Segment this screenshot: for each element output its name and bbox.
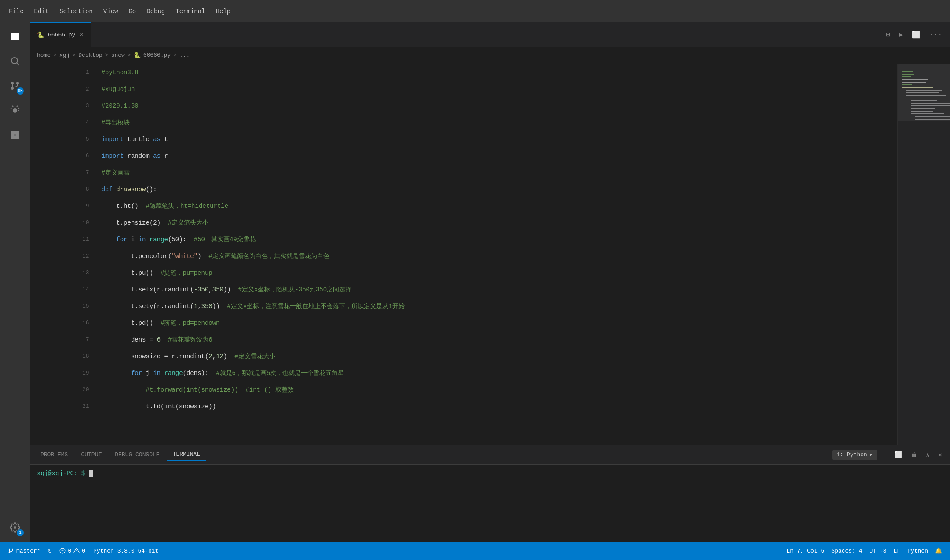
breadcrumb: home > xgj > Desktop > snow > 🐍 66666.py… (30, 47, 950, 64)
svg-rect-34 (898, 64, 950, 121)
sync-button[interactable]: ↻ (45, 542, 55, 560)
breadcrumb-file[interactable]: 66666.py (143, 52, 171, 58)
svg-rect-9 (11, 131, 15, 135)
settings-icon[interactable]: 1 (4, 517, 26, 538)
table-row: 13 t.pu() #提笔，pu=penup (30, 265, 897, 281)
search-icon[interactable] (4, 51, 26, 72)
svg-rect-10 (15, 131, 19, 135)
line-number: 17 (30, 331, 98, 348)
run-button[interactable]: ▶ (895, 29, 907, 41)
debug-icon[interactable] (4, 100, 26, 121)
activity-bottom: 1 (4, 517, 26, 542)
terminal-cursor (89, 470, 93, 477)
status-right: Ln 7, Col 6 Spaces: 4 UTF-8 LF Python 🔔 (783, 547, 946, 554)
table-row: 17 dens = 6 #雪花瓣数设为6 (30, 331, 897, 348)
table-row: 9 t.ht() #隐藏笔头，ht=hideturtle (30, 198, 897, 215)
menu-selection[interactable]: Selection (55, 6, 97, 17)
indentation-status[interactable]: Spaces: 4 (828, 548, 866, 554)
line-number: 8 (30, 181, 98, 198)
split-terminal-button[interactable]: ⬜ (891, 449, 906, 460)
menu-debug[interactable]: Debug (142, 6, 169, 17)
svg-point-13 (14, 526, 16, 529)
settings-badge: 1 (17, 529, 24, 536)
breadcrumb-xgj[interactable]: xgj (59, 52, 69, 58)
git-branch-status[interactable]: master* (4, 542, 44, 560)
toggle-panel-button[interactable]: ⬜ (908, 29, 924, 41)
kill-terminal-button[interactable]: 🗑 (907, 450, 921, 460)
notification-button[interactable]: 🔔 (932, 547, 946, 554)
svg-rect-11 (11, 135, 15, 139)
panel-close-button[interactable]: ✕ (935, 449, 946, 460)
breadcrumb-home[interactable]: home (37, 52, 51, 58)
line-number: 9 (30, 198, 98, 215)
menu-file[interactable]: File (4, 6, 28, 17)
breadcrumb-snow[interactable]: snow (111, 52, 125, 58)
language-status[interactable]: Python (904, 548, 932, 554)
svg-point-3 (11, 58, 18, 64)
line-code: #t.forward(int(snowsize)) #int () 取整数 (98, 382, 897, 398)
table-row: 11 for i in range(50): #50，其实画49朵雪花 (30, 231, 897, 248)
encoding-status[interactable]: UTF-8 (866, 548, 890, 554)
table-row: 21 t.fd(int(snowsize)) (30, 398, 897, 415)
code-editor[interactable]: 1#python3.82#xuguojun3#2020.1.304#导出模块5i… (30, 64, 897, 445)
python-interpreter-status[interactable]: Python 3.8.0 64-bit (90, 542, 162, 560)
python-version-label: Python 3.8.0 64-bit (93, 548, 158, 554)
split-editor-button[interactable]: ⊞ (882, 29, 894, 41)
minimap-content (898, 64, 950, 445)
terminal-dropdown[interactable]: 1: Python ▾ (832, 450, 877, 460)
line-ending-status[interactable]: LF (890, 548, 904, 554)
panel-maximize-button[interactable]: ∧ (922, 449, 933, 460)
terminal-content[interactable]: xgj@xgj-PC:~$ (30, 465, 950, 542)
source-control-icon[interactable]: 5K (4, 75, 26, 96)
tab-toolbar: ⊞ ▶ ⬜ ··· (882, 29, 950, 41)
line-ending-label: LF (894, 548, 901, 554)
line-code: t.pd() #落笔，pd=pendown (98, 315, 897, 331)
line-code: t.pensize(2) #定义笔头大小 (98, 215, 897, 231)
breadcrumb-desktop[interactable]: Desktop (78, 52, 102, 58)
panel-tab-debug-console[interactable]: DEBUG CONSOLE (109, 449, 165, 461)
code-table: 1#python3.82#xuguojun3#2020.1.304#导出模块5i… (30, 64, 897, 415)
menu-help[interactable]: Help (212, 6, 235, 17)
tab-close-button[interactable]: × (79, 30, 84, 39)
table-row: 6import random as r (30, 148, 897, 164)
line-code: t.ht() #隐藏笔头，ht=hideturtle (98, 198, 897, 215)
table-row: 1#python3.8 (30, 64, 897, 81)
explorer-icon[interactable] (4, 26, 26, 47)
panel-tab-terminal[interactable]: TERMINAL (167, 448, 206, 461)
notification-icon: 🔔 (935, 547, 942, 554)
table-row: 2#xuguojun (30, 81, 897, 98)
language-label: Python (907, 548, 928, 554)
line-code: t.pu() #提笔，pu=penup (98, 265, 897, 281)
breadcrumb-more[interactable]: ... (179, 52, 190, 58)
table-row: 16 t.pd() #落笔，pd=pendown (30, 315, 897, 331)
more-actions-button[interactable]: ··· (926, 29, 946, 40)
svg-rect-0 (12, 35, 18, 36)
line-number: 6 (30, 148, 98, 164)
file-tab[interactable]: 🐍 66666.py × (30, 22, 91, 47)
cursor-position-status[interactable]: Ln 7, Col 6 (783, 548, 828, 554)
git-branch-icon (8, 548, 14, 554)
svg-point-8 (13, 108, 17, 113)
svg-point-37 (9, 549, 11, 550)
svg-point-36 (12, 549, 14, 550)
python-version-status[interactable]: 0 0 (56, 542, 89, 560)
line-code: #2020.1.30 (98, 98, 897, 114)
status-bar: master* ↻ 0 0 Python 3.8.0 64-bit Ln 7, … (0, 542, 950, 560)
line-number: 20 (30, 382, 98, 398)
line-code: t.sety(r.randint(1,350)) #定义y坐标，注意雪花一般在地… (98, 298, 897, 315)
extensions-icon[interactable] (4, 124, 26, 145)
menu-edit[interactable]: Edit (30, 6, 54, 17)
menu-go[interactable]: Go (124, 6, 140, 17)
main-layout: 5K 1 (0, 22, 950, 542)
breadcrumb-file-icon: 🐍 (134, 52, 141, 59)
menu-bar: File Edit Selection View Go Debug Termin… (0, 0, 950, 22)
menu-view[interactable]: View (99, 6, 123, 17)
svg-rect-1 (12, 36, 18, 37)
line-code: import turtle as t (98, 131, 897, 148)
line-number: 11 (30, 231, 98, 248)
new-terminal-button[interactable]: + (879, 450, 889, 460)
menu-terminal[interactable]: Terminal (171, 6, 209, 17)
panel-tab-problems[interactable]: PROBLEMS (34, 449, 74, 461)
panel-tab-output[interactable]: OUTPUT (75, 449, 108, 461)
line-number: 13 (30, 265, 98, 281)
